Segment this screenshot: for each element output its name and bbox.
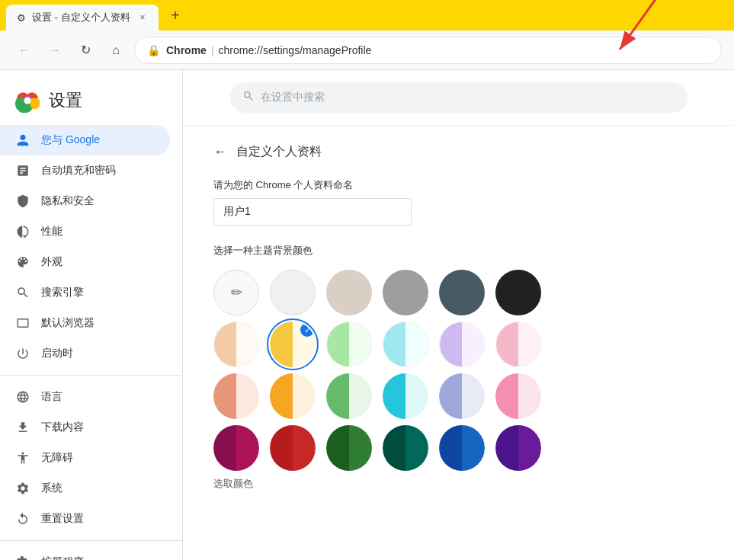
sidebar-item-downloads[interactable]: 下载内容: [0, 412, 170, 443]
color-grid-row1: ✏: [213, 270, 704, 315]
sidebar-label-search: 搜索引擎: [41, 286, 84, 299]
extensions-icon: [15, 555, 30, 560]
sidebar-item-default-browser[interactable]: 默认浏览器: [0, 308, 170, 338]
color-swatch-yellow-half[interactable]: ✓: [270, 322, 316, 367]
page-title: 自定义个人资料: [236, 144, 322, 160]
color-swatch-orange-half[interactable]: [270, 373, 316, 419]
sidebar-item-system[interactable]: 系统: [0, 473, 170, 504]
sidebar-item-language[interactable]: 语言: [0, 382, 170, 412]
back-button[interactable]: ←: [12, 38, 37, 62]
name-section-label: 请为您的 Chrome 个人资料命名: [213, 178, 704, 192]
color-swatch-salmon-half[interactable]: [213, 373, 259, 419]
color-grid-row2: ✓: [213, 322, 704, 367]
sidebar-header: 设置: [0, 82, 182, 125]
color-swatch-mint-half[interactable]: [326, 373, 372, 419]
color-swatch-navy-half[interactable]: [439, 425, 485, 471]
search-box[interactable]: 在设置中搜索: [230, 82, 688, 113]
footer-label: 选取颜色: [213, 477, 704, 491]
color-swatch-green-half[interactable]: [326, 322, 372, 367]
sidebar-divider-2: [0, 540, 182, 541]
color-swatch-purple-half[interactable]: [495, 425, 541, 471]
color-swatch-lavender-half[interactable]: [439, 322, 485, 367]
reload-icon: ↻: [81, 43, 91, 57]
sidebar-item-google[interactable]: 您与 Google: [0, 125, 170, 155]
autofill-icon: [15, 163, 30, 178]
sidebar-item-accessibility[interactable]: 无障碍: [0, 443, 170, 473]
sidebar-item-search[interactable]: 搜索引擎: [0, 277, 170, 308]
profile-content: ← 自定义个人资料 请为您的 Chrome 个人资料命名 选择一种主题背景颜色 …: [183, 126, 734, 509]
language-icon: [15, 389, 30, 405]
extensions-external-icon: ↗: [98, 557, 106, 561]
sidebar-item-extensions[interactable]: 扩展程序 ↗: [0, 547, 170, 560]
color-swatch-black[interactable]: [495, 270, 541, 315]
color-swatch-beige[interactable]: [326, 270, 372, 315]
home-icon: ⌂: [112, 43, 120, 57]
color-section-label: 选择一种主题背景颜色: [213, 244, 704, 258]
home-button[interactable]: ⌂: [104, 38, 128, 62]
sidebar-label-accessibility: 无障碍: [41, 451, 73, 465]
color-swatch-darkgray[interactable]: [439, 270, 485, 315]
color-grid-row3: [213, 373, 704, 419]
color-swatch-white[interactable]: [270, 270, 316, 315]
startup-icon: [15, 346, 30, 361]
back-button[interactable]: ←: [213, 144, 227, 160]
color-swatch-rose-half[interactable]: [495, 373, 541, 419]
system-icon: [15, 481, 30, 496]
color-swatch-maroon-half[interactable]: [213, 425, 259, 471]
search-placeholder: 在设置中搜索: [261, 91, 325, 104]
download-icon: [15, 420, 30, 435]
sidebar-label-startup: 启动时: [41, 347, 73, 360]
tab-bar: ⚙ 设置 - 自定义个人资料 × +: [0, 0, 734, 30]
user-icon: [15, 133, 30, 148]
performance-icon: [15, 224, 30, 239]
tab-title: 设置 - 自定义个人资料: [32, 11, 131, 24]
forward-icon: →: [49, 43, 61, 57]
reset-icon: [15, 511, 30, 526]
sidebar-label-language: 语言: [41, 390, 63, 404]
shield-icon: [15, 194, 30, 209]
color-swatch-darkteal-half[interactable]: [383, 425, 428, 471]
sidebar-item-startup[interactable]: 启动时: [0, 338, 170, 369]
appearance-icon: [15, 254, 30, 270]
pencil-icon: ✏: [231, 284, 242, 301]
sidebar-item-reset[interactable]: 重置设置: [0, 504, 170, 534]
color-swatch-crimson-half[interactable]: [270, 425, 316, 471]
sidebar-label-downloads: 下载内容: [41, 421, 84, 434]
color-swatch-darkgreen-half[interactable]: [326, 425, 372, 471]
color-swatch-gray[interactable]: [383, 270, 428, 315]
settings-main: 在设置中搜索 ← 自定义个人资料 请为您的 Chrome 个人资料命名 选择一种…: [183, 70, 734, 560]
profile-name-input[interactable]: [213, 198, 412, 226]
sidebar-item-appearance[interactable]: 外观: [0, 247, 170, 277]
color-swatch-pink-half[interactable]: [495, 322, 541, 367]
lock-icon: 🔒: [147, 44, 160, 56]
color-swatch-peach-half[interactable]: [213, 322, 259, 367]
address-brand: Chrome: [166, 44, 207, 56]
chrome-logo: [15, 88, 40, 113]
sidebar: 设置 您与 Google 自动填充和密码 隐私和安全 性能: [0, 70, 183, 560]
active-tab[interactable]: ⚙ 设置 - 自定义个人资料 ×: [6, 5, 159, 30]
sidebar-item-performance[interactable]: 性能: [0, 216, 170, 247]
search-engine-icon: [15, 285, 30, 300]
color-grid-row4: [213, 425, 704, 471]
sidebar-item-autofill[interactable]: 自动填充和密码: [0, 155, 170, 186]
search-area: 在设置中搜索: [183, 70, 734, 126]
sidebar-title: 设置: [49, 89, 82, 112]
address-text: Chrome | chrome://settings/manageProfile: [166, 44, 371, 56]
sidebar-item-privacy[interactable]: 隐私和安全: [0, 186, 170, 216]
reload-button[interactable]: ↻: [73, 38, 98, 62]
forward-button[interactable]: →: [43, 38, 67, 62]
new-tab-button[interactable]: +: [165, 5, 186, 26]
sidebar-label-performance: 性能: [41, 225, 63, 238]
svg-point-4: [24, 98, 31, 104]
back-navigation: ← 自定义个人资料: [213, 144, 704, 160]
back-icon: ←: [18, 43, 30, 57]
color-swatch-periwinkle-half[interactable]: [439, 373, 485, 419]
tab-close-button[interactable]: ×: [136, 11, 149, 24]
address-url: chrome://settings/manageProfile: [219, 44, 372, 56]
color-swatch-cyan-half[interactable]: [383, 322, 428, 367]
color-swatch-teal-half[interactable]: [383, 373, 428, 419]
sidebar-label-extensions: 扩展程序: [41, 555, 84, 560]
search-icon: [242, 90, 255, 105]
custom-color-swatch[interactable]: ✏: [213, 270, 259, 315]
content-area: 设置 您与 Google 自动填充和密码 隐私和安全 性能: [0, 70, 734, 560]
